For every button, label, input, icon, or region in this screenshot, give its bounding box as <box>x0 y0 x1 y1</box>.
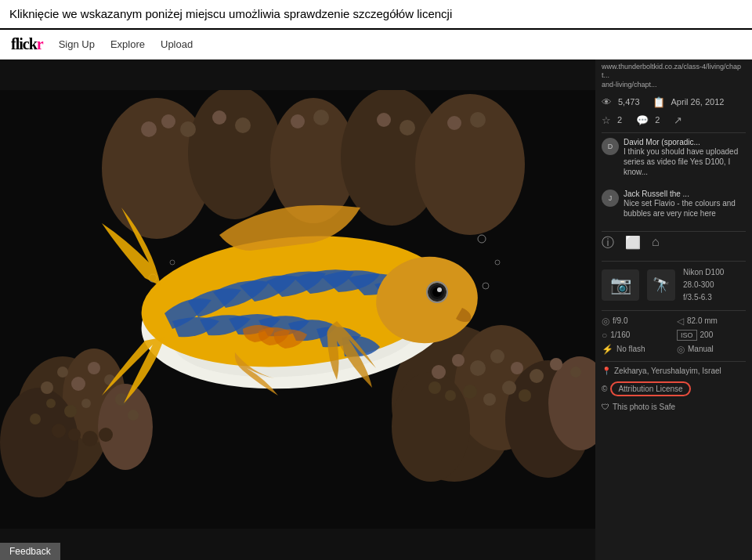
svg-point-30 <box>530 369 544 383</box>
svg-point-44 <box>141 121 157 137</box>
nav-upload[interactable]: Upload <box>161 38 193 50</box>
svg-point-12 <box>30 414 41 425</box>
flash-icon: ⚡ <box>602 344 613 355</box>
shutter-icon: ○ <box>602 330 607 341</box>
flickr-header: flickr Sign Up Explore Upload <box>0 30 752 60</box>
safety-text: This photo is Safe <box>613 403 675 411</box>
comment-2: J Jack Russell the ... Nice set Flavio -… <box>602 190 746 219</box>
action-icons: ⓘ ⬜ ⌂ <box>602 231 746 255</box>
svg-point-32 <box>570 367 581 378</box>
svg-point-34 <box>445 390 456 401</box>
svg-point-37 <box>502 381 516 395</box>
camera-aperture2: f/3.5-6.3 <box>683 291 724 304</box>
shutter-spec: ○ 1/160 <box>602 330 671 341</box>
star-count: 2 <box>617 115 622 125</box>
photo-date: April 26, 2012 <box>671 97 725 107</box>
nav-explore[interactable]: Explore <box>110 38 145 50</box>
avatar-1: D <box>602 138 619 155</box>
spec-grid: ◎ f/9.0 ◁ 82.0 mm ○ 1/160 ISO 200 ⚡ No f… <box>602 310 746 355</box>
mode-icon: ◎ <box>677 344 685 355</box>
location-text: Zekharya, Yerushalayim, Israel <box>614 367 721 375</box>
comment-1: D David Mor (sporadic... I think you sho… <box>602 132 746 177</box>
flickr-logo[interactable]: flickr <box>11 35 43 53</box>
svg-point-51 <box>377 113 391 127</box>
svg-point-18 <box>82 431 98 446</box>
svg-point-36 <box>483 393 496 406</box>
license-row[interactable]: © Attribution License <box>602 381 746 396</box>
sidebar: www.thunderboltkid.co.za/class-4/living/… <box>595 60 752 560</box>
svg-point-38 <box>519 389 531 402</box>
flickr-r: r <box>37 35 43 52</box>
iso-badge: ISO <box>677 330 697 341</box>
shield-icon: 🛡 <box>602 403 609 411</box>
share-icon[interactable]: ↗ <box>674 114 682 126</box>
flash-spec: ⚡ No flash <box>602 344 671 355</box>
camera-model: Nikon D100 <box>683 266 724 279</box>
location-row: 📍 Zekharya, Yerushalayim, Israel <box>602 361 746 375</box>
camera-section: 📷 🔭 Nikon D100 28.0-300 f/3.5-6.3 <box>602 261 746 304</box>
main-content: www.thunderboltkid.co.za/class-4/living/… <box>0 60 752 560</box>
svg-point-33 <box>428 381 441 394</box>
svg-point-26 <box>452 354 465 367</box>
lens-icon: 🔭 <box>647 269 675 301</box>
svg-point-40 <box>188 90 282 219</box>
svg-point-35 <box>463 385 477 399</box>
svg-point-6 <box>57 367 68 378</box>
aperture-spec: ◎ f/9.0 <box>602 316 671 327</box>
tag-icon[interactable]: ⌂ <box>652 235 660 251</box>
star-icon[interactable]: ☆ <box>602 114 611 126</box>
nav-signup[interactable]: Sign Up <box>59 38 95 50</box>
stars-comments-row: ☆ 2 💬 2 ↗ <box>602 114 746 126</box>
svg-point-54 <box>470 112 486 128</box>
license-badge[interactable]: Attribution License <box>610 381 690 396</box>
svg-point-8 <box>88 362 100 374</box>
svg-point-52 <box>400 120 415 135</box>
feedback-button[interactable]: Feedback <box>0 543 60 560</box>
fish-image <box>0 90 595 529</box>
instruction-bar: Kliknięcie we wskazanym poniżej miejscu … <box>0 0 752 30</box>
svg-point-11 <box>64 405 77 417</box>
aperture-icon: ◎ <box>602 316 609 327</box>
iso-spec: ISO 200 <box>677 330 746 341</box>
svg-point-3 <box>0 388 78 497</box>
svg-point-43 <box>415 94 525 235</box>
eye-icon: 👁 <box>602 96 612 108</box>
instruction-text: Kliknięcie we wskazanym poniżej miejscu … <box>9 7 452 20</box>
svg-point-45 <box>161 114 175 128</box>
camera-icon: 📷 <box>602 269 639 301</box>
view-count: 5,473 <box>618 97 640 107</box>
svg-point-15 <box>128 410 139 421</box>
comment-count: 2 <box>655 115 660 125</box>
svg-point-31 <box>550 358 562 370</box>
svg-point-46 <box>180 121 196 137</box>
svg-point-17 <box>68 428 81 441</box>
sidebar-url: www.thunderboltkid.co.za/class-4/living/… <box>602 63 746 90</box>
svg-point-5 <box>41 381 53 394</box>
comment-icon[interactable]: 💬 <box>636 114 649 126</box>
svg-point-19 <box>99 428 113 442</box>
views-date-row: 👁 5,473 📋 April 26, 2012 <box>602 96 746 108</box>
info-icon[interactable]: ⓘ <box>602 235 614 251</box>
focal-icon: ◁ <box>677 316 684 327</box>
mode-spec: ◎ Manual <box>677 344 746 355</box>
svg-point-13 <box>81 399 91 408</box>
expand-icon[interactable]: ⬜ <box>625 235 641 251</box>
svg-point-28 <box>490 349 504 363</box>
svg-point-50 <box>313 110 329 125</box>
camera-specs: Nikon D100 28.0-300 f/3.5-6.3 <box>683 266 724 304</box>
svg-point-48 <box>235 117 251 133</box>
photo-area <box>0 60 595 560</box>
svg-point-49 <box>291 114 305 128</box>
svg-point-16 <box>52 424 66 438</box>
svg-point-47 <box>212 110 226 125</box>
calendar-icon: 📋 <box>653 96 665 108</box>
camera-lens: 28.0-300 <box>683 279 724 291</box>
svg-point-71 <box>437 287 442 292</box>
copyright-icon: © <box>602 385 607 393</box>
svg-point-29 <box>511 362 523 374</box>
svg-point-53 <box>447 116 461 130</box>
flickr-logo-text: flick <box>11 35 37 52</box>
comment-1-text: David Mor (sporadic... I think you shoul… <box>624 138 746 177</box>
focal-spec: ◁ 82.0 mm <box>677 316 746 327</box>
svg-point-25 <box>432 365 446 379</box>
